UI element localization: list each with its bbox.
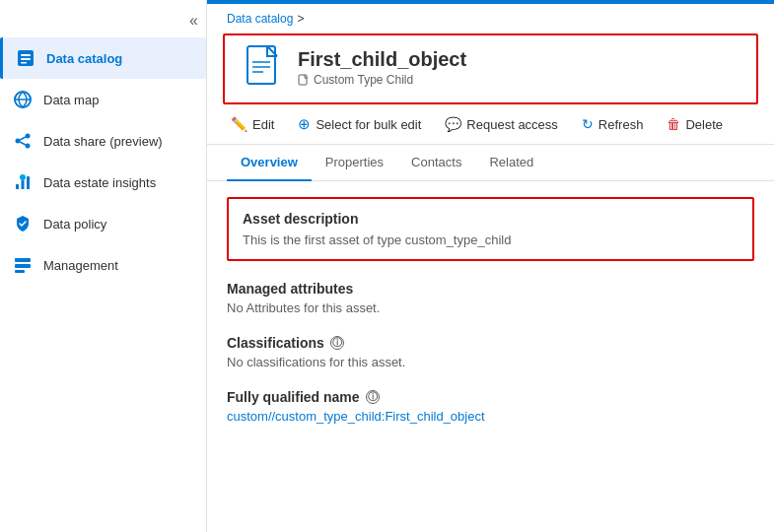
tab-overview[interactable]: Overview	[227, 145, 312, 181]
sidebar-item-label: Data policy	[43, 217, 106, 232]
sidebar-item-data-share[interactable]: Data share (preview)	[0, 120, 206, 162]
svg-point-7	[16, 139, 21, 144]
fully-qualified-name-value[interactable]: custom//custom_type_child:First_child_ob…	[227, 409, 754, 424]
breadcrumb-separator: >	[297, 12, 304, 26]
sidebar-item-data-policy[interactable]: Data policy	[0, 203, 206, 244]
sidebar: « Data catalog Data map	[0, 0, 207, 532]
svg-rect-13	[27, 176, 30, 189]
description-title: Asset description	[243, 211, 739, 227]
fully-qualified-name-title: Fully qualified name ⓘ	[227, 389, 754, 405]
svg-rect-12	[22, 180, 25, 189]
sidebar-item-data-estate[interactable]: Data estate insights	[0, 162, 206, 203]
svg-rect-11	[16, 184, 19, 189]
refresh-icon: ↻	[582, 116, 594, 132]
chat-icon: 💬	[445, 116, 461, 132]
svg-rect-17	[15, 270, 25, 273]
plus-circle-icon: ⊕	[298, 115, 311, 133]
edit-icon: ✏️	[231, 116, 247, 132]
tab-related[interactable]: Related	[475, 145, 547, 181]
insights-icon	[12, 171, 34, 193]
sidebar-item-data-catalog[interactable]: Data catalog	[0, 37, 206, 79]
edit-button[interactable]: ✏️ Edit	[227, 113, 278, 135]
svg-rect-16	[15, 264, 31, 268]
share-icon	[12, 130, 34, 152]
classifications-info-icon[interactable]: ⓘ	[330, 336, 344, 350]
svg-point-14	[20, 174, 26, 180]
tab-properties[interactable]: Properties	[312, 145, 397, 181]
sidebar-item-data-map[interactable]: Data map	[0, 79, 206, 120]
sidebar-collapse-button[interactable]: «	[0, 8, 206, 37]
breadcrumb-item[interactable]: Data catalog	[227, 12, 293, 26]
description-text: This is the first asset of type custom_t…	[243, 233, 739, 247]
request-access-button[interactable]: 💬 Request access	[441, 113, 562, 135]
subtitle-file-icon	[298, 74, 310, 86]
tabs: Overview Properties Contacts Related	[207, 145, 774, 181]
sidebar-item-label: Data catalog	[46, 51, 122, 66]
policy-icon	[12, 213, 34, 234]
asset-file-icon	[245, 43, 284, 91]
classifications-title: Classifications ⓘ	[227, 335, 754, 351]
sidebar-item-management[interactable]: Management	[0, 244, 206, 286]
delete-icon: 🗑	[667, 116, 680, 132]
svg-line-10	[20, 142, 26, 145]
sidebar-item-label: Data share (preview)	[43, 134, 163, 149]
catalog-icon	[15, 47, 36, 69]
fully-qualified-name-section: Fully qualified name ⓘ custom//custom_ty…	[227, 389, 754, 424]
overview-content: Asset description This is the first asse…	[207, 181, 774, 532]
tab-contacts[interactable]: Contacts	[397, 145, 475, 181]
main-content: Data catalog > First_child_object Custom…	[207, 0, 774, 532]
asset-title: First_child_object	[298, 48, 466, 71]
svg-rect-3	[21, 62, 27, 64]
managed-attributes-no-data: No Attributes for this asset.	[227, 300, 754, 315]
sidebar-item-label: Management	[43, 258, 118, 273]
svg-rect-1	[21, 54, 31, 56]
description-section: Asset description This is the first asse…	[227, 197, 754, 261]
management-icon	[12, 254, 34, 276]
sidebar-item-label: Data estate insights	[43, 175, 156, 190]
svg-line-9	[20, 137, 26, 140]
svg-rect-2	[21, 58, 31, 60]
refresh-button[interactable]: ↻ Refresh	[578, 113, 648, 135]
managed-attributes-section: Managed attributes No Attributes for thi…	[227, 281, 754, 315]
toolbar: ✏️ Edit ⊕ Select for bulk edit 💬 Request…	[207, 104, 774, 145]
asset-info: First_child_object Custom Type Child	[298, 48, 466, 87]
svg-rect-22	[299, 75, 307, 85]
asset-header: First_child_object Custom Type Child	[223, 33, 758, 104]
asset-subtitle: Custom Type Child	[298, 73, 466, 87]
managed-attributes-title: Managed attributes	[227, 281, 754, 297]
breadcrumb: Data catalog >	[207, 4, 774, 33]
sidebar-item-label: Data map	[43, 93, 99, 107]
map-icon	[12, 89, 34, 110]
classifications-no-data: No classifications for this asset.	[227, 355, 754, 369]
svg-rect-18	[247, 46, 275, 84]
classifications-section: Classifications ⓘ No classifications for…	[227, 335, 754, 369]
bulk-edit-button[interactable]: ⊕ Select for bulk edit	[294, 112, 425, 136]
svg-rect-15	[15, 258, 31, 262]
svg-point-8	[26, 144, 31, 149]
svg-point-6	[26, 134, 31, 139]
fully-qualified-info-icon[interactable]: ⓘ	[366, 390, 380, 404]
delete-button[interactable]: 🗑 Delete	[663, 113, 727, 135]
